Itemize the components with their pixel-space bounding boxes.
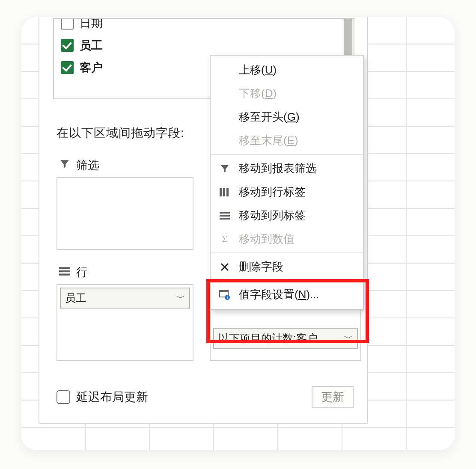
svg-rect-1 [59,270,70,272]
area-label: 行 [76,264,88,280]
context-menu: 上移(U) 下移(D) 移至开头(G) 移至末尾(E) 移动到报表筛选 移动到行… [210,55,364,310]
checkbox-unchecked-icon[interactable] [61,18,74,30]
chevron-down-icon: ﹀ [176,292,185,304]
values-field-chip[interactable]: 以下项目的计数:客户 ﹀ [213,328,358,349]
svg-text:i: i [227,296,228,300]
field-label: 员工 [80,38,103,53]
card-frame: // will be filled by markup below — fall… [21,17,455,450]
area-rows: 行 员工 ﹀ [57,262,193,361]
funnel-icon [218,163,231,174]
pane-footer: 延迟布局更新 更新 [57,386,354,408]
checkbox-unchecked-icon[interactable] [57,390,70,404]
menu-move-end: 移至末尾(E) [211,129,363,152]
field-label: 客户 [80,60,103,75]
checkbox-checked-icon[interactable] [61,61,74,74]
menu-separator [211,252,363,253]
sigma-icon: Σ [218,233,231,245]
rows-field-chip[interactable]: 员工 ﹀ [60,288,190,309]
menu-to-row-labels[interactable]: 移动到行标签 [211,180,363,204]
menu-to-column-labels[interactable]: 移动到列标签 [211,204,363,227]
row-labels-icon [218,187,231,197]
column-labels-icon [218,211,231,220]
menu-separator [211,154,363,155]
svg-rect-8 [220,218,230,220]
chevron-down-icon: ﹀ [344,332,353,344]
menu-to-values: Σ 移动到数值 [211,227,363,251]
x-icon [218,262,231,272]
rows-icon [59,266,70,279]
menu-move-down: 下移(D) [211,82,363,105]
menu-move-up[interactable]: 上移(U) [211,58,363,82]
field-label: 日期 [80,18,103,31]
chip-label: 员工 [65,291,86,305]
field-item-employee[interactable]: 员工 [61,34,347,56]
svg-rect-10 [220,290,228,292]
area-label: 筛选 [76,157,99,173]
drag-areas-label: 在以下区域间拖动字段: [57,125,184,141]
menu-move-begin[interactable]: 移至开头(G) [211,105,363,129]
area-filters: 筛选 [57,155,193,250]
svg-rect-6 [220,212,230,214]
defer-layout-checkbox[interactable]: 延迟布局更新 [57,389,148,405]
field-settings-icon: i [218,290,231,300]
menu-separator [211,280,363,281]
svg-rect-2 [59,273,70,275]
svg-rect-5 [226,188,229,196]
svg-rect-3 [220,188,222,196]
svg-rect-7 [220,215,230,217]
defer-label: 延迟布局更新 [76,389,148,405]
field-item-date[interactable]: 日期 [61,18,347,34]
checkbox-checked-icon[interactable] [61,39,74,52]
rows-dropzone[interactable]: 员工 ﹀ [57,284,193,361]
chip-label: 以下项目的计数:客户 [218,331,318,345]
update-button[interactable]: 更新 [312,386,354,408]
menu-value-field-settings[interactable]: i 值字段设置(N)... [211,283,363,306]
menu-to-report-filter[interactable]: 移动到报表筛选 [211,157,363,180]
menu-remove-field[interactable]: 删除字段 [211,255,363,279]
funnel-icon [59,158,70,172]
svg-rect-0 [59,267,70,269]
svg-rect-4 [223,188,225,196]
filters-dropzone[interactable] [57,177,193,250]
